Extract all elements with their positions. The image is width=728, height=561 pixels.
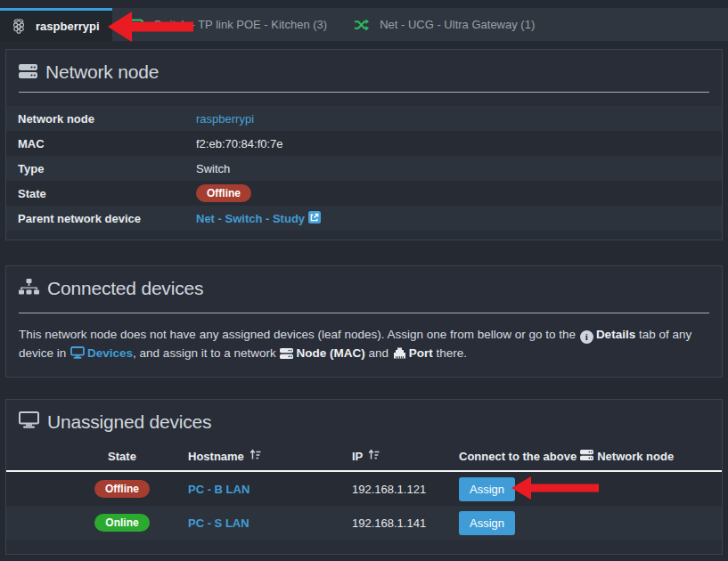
hostname-link[interactable]: PC - B LAN <box>188 483 249 496</box>
tab-label: Switch - TP link POE - Kitchen (3) <box>154 18 328 31</box>
assign-button[interactable]: Assign <box>459 511 515 535</box>
port-ref: Port <box>409 346 433 360</box>
unassigned-table-body: Offline PC - B LAN 192.168.1.121 Assign … <box>6 472 722 540</box>
node-mac-ref: Node (MAC) <box>296 346 364 360</box>
assign-button[interactable]: Assign <box>459 477 515 501</box>
note-text: and <box>365 346 392 360</box>
table-row: Parent network device Net - Switch - Stu… <box>6 206 722 231</box>
switch-icon <box>126 19 143 31</box>
parent-device-link[interactable]: Net - Switch - Study <box>196 211 321 226</box>
ip-value: 192.168.1.121 <box>345 483 452 496</box>
sort-icon[interactable] <box>249 449 261 463</box>
details-ref: Details <box>596 328 635 341</box>
server-node-icon <box>19 61 37 83</box>
row-label: State <box>18 187 196 200</box>
node-name-link[interactable]: raspberrypi <box>196 112 254 126</box>
note-text: , and assign it to a network <box>133 346 279 360</box>
network-node-title: Network node <box>6 50 722 83</box>
mac-value: f2:eb:70:84:f0:7e <box>196 137 283 150</box>
table-row: Type Switch <box>6 156 722 181</box>
row-label: Parent network device <box>18 212 196 225</box>
ip-value: 192.168.1.141 <box>345 516 452 530</box>
table-row: MAC f2:eb:70:84:f0:7e <box>6 131 722 156</box>
table-row: Network node raspberrypi <box>6 106 722 131</box>
shuffle-icon <box>354 19 369 31</box>
section-title: Unassigned devices <box>47 411 211 433</box>
sitemap-icon <box>19 278 39 299</box>
sort-icon[interactable] <box>368 449 380 463</box>
tab-net-gateway[interactable]: Net - UCG - Ultra Gateway (1) <box>340 8 548 41</box>
network-node-panel: Network node Network node raspberrypi MA… <box>5 49 723 240</box>
unassigned-devices-title: Unassigned devices <box>6 400 722 433</box>
col-header-label: Connect to the above <box>459 450 577 463</box>
col-header-hostname[interactable]: Hostname <box>176 449 345 463</box>
external-link-icon <box>308 211 321 226</box>
tab-bar: raspberrypi Switch - TP link POE - Kitch… <box>0 8 728 41</box>
hostname-link[interactable]: PC - S LAN <box>188 516 249 530</box>
connected-devices-panel: Connected devices This network node does… <box>5 265 723 378</box>
node-icon <box>580 450 593 463</box>
status-badge: Online <box>94 514 149 532</box>
row-label: Type <box>18 162 196 175</box>
port-icon <box>393 346 406 364</box>
col-header-connect: Connect to the above Network node <box>452 450 722 463</box>
network-node-table: Network node raspberrypi MAC f2:eb:70:84… <box>6 106 722 231</box>
raspberry-pi-icon <box>12 19 25 34</box>
no-devices-note: This network node does not have any assi… <box>6 313 722 364</box>
connected-devices-title: Connected devices <box>6 266 722 299</box>
parent-device-label: Net - Switch - Study <box>196 212 305 225</box>
network-app-page: raspberrypi Switch - TP link POE - Kitch… <box>0 0 728 561</box>
col-header-state: State <box>6 450 176 463</box>
status-badge: Offline <box>196 184 251 202</box>
row-label: Network node <box>18 112 196 126</box>
section-title: Network node <box>45 61 159 83</box>
type-value: Switch <box>196 162 230 175</box>
tab-raspberrypi[interactable]: raspberrypi <box>0 8 112 41</box>
node-icon <box>280 346 293 364</box>
note-text: This network node does not have any assi… <box>19 328 579 341</box>
devices-link[interactable]: Devices <box>87 344 133 362</box>
desktop-icon <box>19 411 39 433</box>
col-header-label: Hostname <box>188 450 244 463</box>
title-divider <box>19 92 709 93</box>
device-row: Online PC - S LAN 192.168.1.141 Assign <box>6 506 722 540</box>
table-row: State Offline <box>6 181 722 206</box>
device-row: Offline PC - B LAN 192.168.1.121 Assign <box>6 472 722 506</box>
section-title: Connected devices <box>47 278 203 299</box>
tab-label: raspberrypi <box>36 20 100 33</box>
tab-label: Net - UCG - Ultra Gateway (1) <box>380 18 535 31</box>
status-badge: Offline <box>94 480 150 498</box>
col-header-label: IP <box>352 450 363 463</box>
col-header-ip[interactable]: IP <box>345 449 452 463</box>
unassigned-devices-panel: Unassigned devices State Hostname IP <box>5 399 723 555</box>
info-circle-icon: i <box>580 330 593 344</box>
col-header-label: Network node <box>597 450 674 463</box>
devices-desktop-icon <box>70 346 85 364</box>
row-label: MAC <box>18 137 196 150</box>
tab-switch-kitchen[interactable]: Switch - TP link POE - Kitchen (3) <box>112 8 341 41</box>
unassigned-table-header: State Hostname IP <box>6 443 722 468</box>
note-text: there. <box>433 346 467 360</box>
